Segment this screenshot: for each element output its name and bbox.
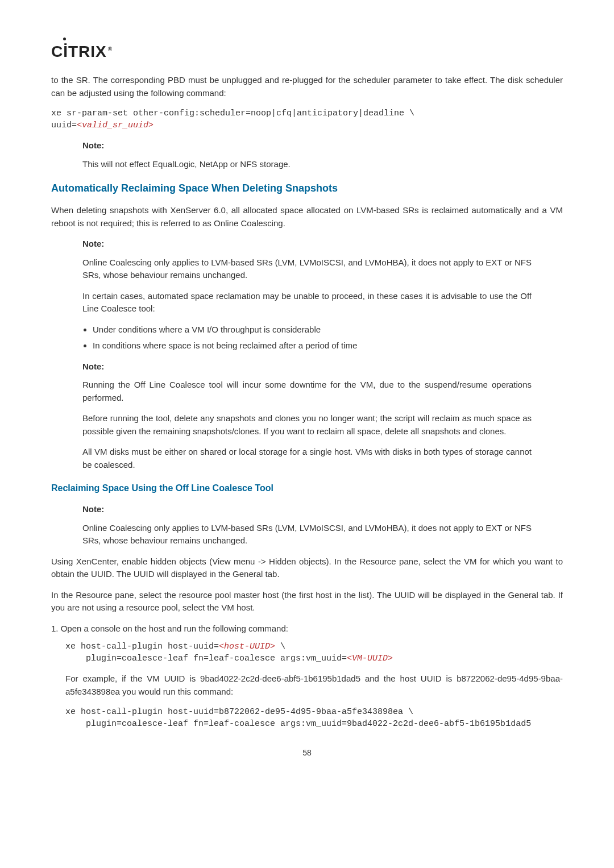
list-item: Under conditions where a VM I/O throughp… (93, 323, 532, 337)
code-text: xe host-call-plugin host-uuid= (65, 642, 219, 651)
list-item: In conditions where space is not being r… (93, 339, 532, 352)
note-text: Online Coalescing only applies to LVM-ba… (82, 256, 532, 282)
note-label: Note: (82, 360, 532, 373)
step-1-code-example: xe host-call-plugin host-uuid=b8722062-d… (65, 706, 563, 730)
note-label: Note: (82, 238, 532, 251)
note-text: This will not effect EqualLogic, NetApp … (82, 158, 532, 171)
code-variable: <host-UUID> (219, 642, 275, 651)
logo-text: CİTRIX (51, 43, 107, 60)
note-text: Running the Off Line Coalesce tool will … (82, 379, 532, 404)
reclaim-paragraph-1: Using XenCenter, enable hidden objects (… (51, 555, 563, 581)
page-number: 58 (51, 747, 563, 759)
section-reclaim-heading: Reclaiming Space Using the Off Line Coal… (51, 481, 563, 495)
note-text: In certain cases, automated space reclam… (82, 290, 532, 315)
note-label: Note: (82, 139, 532, 152)
intro-code-block: xe sr-param-set other-config:scheduler=n… (51, 107, 563, 131)
code-variable: <valid_sr_uuid> (77, 121, 154, 130)
note-text: Before running the tool, delete any snap… (82, 412, 532, 438)
note-label: Note: (82, 503, 532, 516)
bullet-list: Under conditions where a VM I/O throughp… (93, 323, 532, 352)
auto-paragraph-1: When deleting snapshots with XenServer 6… (51, 204, 563, 230)
note-text: Online Coalescing only applies to LVM-ba… (82, 522, 532, 547)
note-text: All VM disks must be either on shared or… (82, 446, 532, 471)
citrix-logo: CİTRIX® (51, 40, 563, 64)
section-auto-reclaim-heading: Automatically Reclaiming Space When Dele… (51, 181, 563, 196)
code-text: \ (275, 642, 285, 651)
reclaim-paragraph-2: In the Resource pane, select the resourc… (51, 589, 563, 614)
code-variable: <VM-UUID> (347, 654, 393, 663)
step-1-paragraph: For example, if the VM UUID is 9bad4022-… (65, 672, 563, 698)
code-text: plugin=coalesce-leaf fn=leaf-coalesce ar… (65, 654, 347, 663)
step-1-label: 1. Open a console on the host and run th… (51, 622, 563, 636)
intro-paragraph: to the SR. The corresponding PBD must be… (51, 74, 563, 99)
step-1-code: xe host-call-plugin host-uuid=<host-UUID… (65, 641, 563, 665)
